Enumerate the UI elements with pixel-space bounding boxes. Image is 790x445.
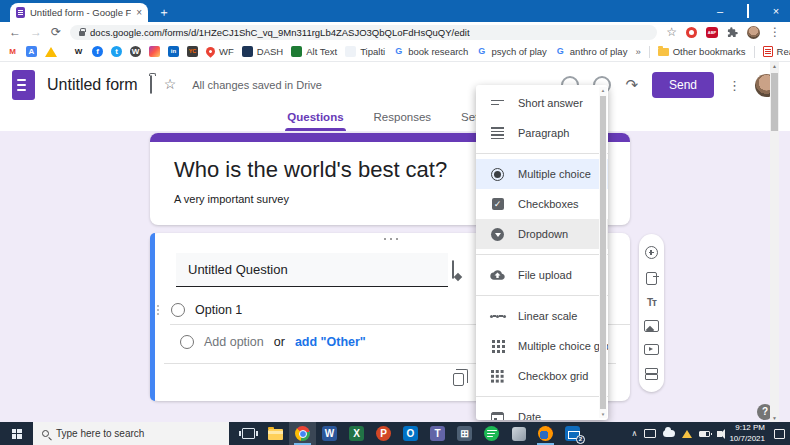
browser-profile-avatar[interactable] — [747, 26, 760, 39]
menu-item-dropdown[interactable]: Dropdown — [476, 219, 608, 249]
spotify-button[interactable] — [478, 422, 505, 445]
option-label[interactable]: Option 1 — [195, 303, 242, 317]
hidden-icons-chevron[interactable]: ∧ — [632, 429, 638, 438]
add-image-button[interactable] — [452, 261, 454, 279]
outlook-button[interactable]: O — [397, 422, 424, 445]
bookmark-wf[interactable]: WF — [206, 46, 234, 57]
tab-questions[interactable]: Questions — [285, 108, 345, 131]
taskbar-search[interactable]: Type here to search — [33, 422, 229, 445]
menu-scroll-down-icon[interactable]: ▼ — [599, 412, 607, 417]
browser-tab[interactable]: Untitled form - Google Forms × — [10, 3, 148, 22]
calculator-button[interactable]: ⊞ — [451, 422, 478, 445]
redo-icon[interactable]: ↷ — [625, 76, 638, 94]
instagram-bookmark-icon[interactable] — [149, 46, 160, 57]
page-scrollbar[interactable]: ▲ ▼ — [770, 62, 779, 422]
add-section-icon[interactable] — [645, 368, 658, 380]
star-form-icon[interactable]: ☆ — [164, 76, 177, 92]
maps-bookmark-icon[interactable] — [62, 48, 68, 54]
mail-button[interactable]: 2 — [559, 422, 586, 445]
form-doc-description[interactable]: A very important survey — [174, 193, 289, 205]
wordpress-bookmark-icon[interactable]: W — [130, 46, 141, 57]
word-button[interactable]: W — [316, 422, 343, 445]
bookmarks-overflow-chevron[interactable]: » — [635, 46, 640, 57]
bookmark-tipalti[interactable]: Tipalti — [345, 46, 385, 57]
action-center-icon[interactable] — [774, 429, 785, 439]
menu-item-multiple-choice-grid[interactable]: Multiple choice grid — [476, 331, 608, 361]
bookmark-psych-of-play[interactable]: Gpsych of play — [476, 46, 546, 57]
twitter-bookmark-icon[interactable]: t — [111, 46, 122, 57]
duplicate-icon[interactable] — [453, 373, 464, 386]
linkedin-bookmark-icon[interactable]: in — [168, 46, 179, 57]
menu-scroll-up-icon[interactable]: ▲ — [599, 88, 607, 93]
add-other-link[interactable]: add "Other" — [295, 335, 366, 349]
scroll-up-icon[interactable]: ▲ — [770, 63, 779, 69]
question-title-input[interactable]: Untitled Question — [176, 253, 448, 287]
menu-item-date[interactable]: Date — [476, 402, 608, 420]
volume-icon[interactable] — [717, 431, 722, 437]
excel-button[interactable]: X — [343, 422, 370, 445]
task-view-button[interactable] — [235, 422, 262, 445]
photos-app-button[interactable] — [505, 422, 532, 445]
forms-more-menu-icon[interactable]: ⋮ — [728, 78, 741, 93]
tab-responses[interactable]: Responses — [372, 108, 434, 131]
menu-item-file-upload[interactable]: File upload — [476, 260, 608, 290]
add-question-icon[interactable] — [645, 246, 658, 259]
form-title-field[interactable]: Untitled form — [47, 76, 138, 94]
menu-item-paragraph[interactable]: Paragraph — [476, 118, 608, 148]
move-to-folder-icon[interactable] — [150, 76, 152, 94]
start-button[interactable] — [0, 422, 33, 445]
bookmark-dash[interactable]: DASH — [242, 46, 283, 57]
tab-close-icon[interactable]: × — [136, 7, 142, 18]
facebook-bookmark-icon[interactable]: f — [92, 46, 103, 57]
taskbar-clock[interactable]: 9:12 PM 10/7/2021 — [729, 423, 765, 444]
menu-item-short-answer[interactable]: Short answer — [476, 88, 608, 118]
battery-icon[interactable] — [699, 431, 710, 437]
gmail-bookmark-icon[interactable]: M — [7, 46, 18, 57]
teams-button[interactable]: T — [424, 422, 451, 445]
firefox-button[interactable] — [532, 422, 559, 445]
maximize-button[interactable] — [734, 5, 762, 17]
add-video-icon[interactable] — [644, 344, 659, 355]
yc-bookmark-icon[interactable]: YC — [187, 46, 198, 57]
bookmark-anthro-of-play[interactable]: Ganthro of play — [555, 46, 628, 57]
translate-bookmark-icon[interactable]: A — [26, 46, 37, 57]
powerpoint-button[interactable]: P — [370, 422, 397, 445]
send-button[interactable]: Send — [652, 72, 714, 98]
back-icon[interactable]: ← — [9, 26, 21, 38]
scrollbar-thumb[interactable] — [771, 73, 778, 131]
extensions-puzzle-icon[interactable] — [727, 27, 738, 38]
bookmark-book-research[interactable]: Gbook research — [393, 46, 468, 57]
minimize-button[interactable]: – — [706, 5, 734, 17]
drag-handle-icon[interactable] — [382, 237, 398, 242]
file-explorer-button[interactable] — [262, 422, 289, 445]
address-bar[interactable]: docs.google.com/forms/d/1HZeCJ1ShC_vq_9M… — [70, 25, 657, 40]
menu-scrollbar[interactable]: ▲ ▼ — [599, 87, 607, 418]
reload-icon[interactable]: ⟳ — [51, 26, 61, 38]
other-bookmarks[interactable]: Other bookmarks — [658, 46, 746, 57]
add-image-icon[interactable] — [644, 320, 659, 332]
forward-icon[interactable]: → — [30, 26, 42, 38]
add-option-label[interactable]: Add option — [204, 335, 264, 349]
menu-item-checkbox-grid[interactable]: Checkbox grid — [476, 361, 608, 391]
menu-item-linear-scale[interactable]: Linear scale — [476, 301, 608, 331]
option-drag-icon[interactable] — [156, 304, 161, 316]
alert-icon[interactable] — [682, 430, 692, 438]
form-doc-title[interactable]: Who is the world's best cat? — [174, 157, 447, 183]
browser-menu-icon[interactable]: ⋮ — [769, 26, 781, 38]
bookmark-alt-text[interactable]: Alt Text — [291, 46, 337, 57]
extension-icon[interactable] — [686, 27, 697, 38]
cast-icon[interactable] — [644, 429, 656, 438]
add-title-icon[interactable]: Tт — [647, 297, 656, 308]
onedrive-icon[interactable] — [663, 430, 675, 437]
forms-logo-icon[interactable] — [12, 70, 35, 100]
new-tab-button[interactable]: ＋ — [158, 4, 170, 20]
scroll-down-icon[interactable]: ▼ — [770, 415, 779, 421]
bookmark-star-icon[interactable]: ☆ — [666, 26, 677, 38]
chrome-button[interactable] — [289, 422, 316, 445]
reading-list[interactable]: Reading list — [763, 46, 790, 57]
adblock-icon[interactable]: ABP — [706, 27, 718, 38]
menu-scrollbar-thumb[interactable] — [600, 96, 606, 409]
drive-bookmark-icon[interactable] — [45, 47, 57, 57]
menu-item-checkboxes[interactable]: Checkboxes — [476, 189, 608, 219]
menu-item-multiple-choice[interactable]: Multiple choice — [476, 159, 608, 189]
